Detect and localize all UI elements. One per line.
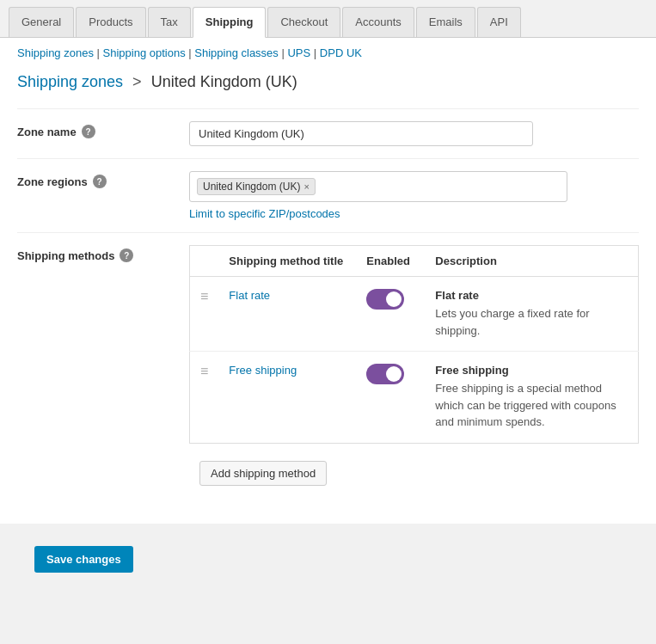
table-row: ≡ Flat rate: [190, 277, 639, 352]
region-tag-label: United Kingdom (UK): [203, 181, 300, 193]
sub-navigation: Shipping zones | Shipping options | Ship…: [17, 38, 639, 64]
free-shipping-toggle[interactable]: [366, 364, 404, 384]
shipping-methods-field: Shipping method title Enabled Descriptio…: [189, 245, 639, 503]
zone-name-label: Zone name ?: [17, 121, 189, 138]
breadcrumb-current: United Kingdom (UK): [151, 73, 297, 90]
zone-regions-field: United Kingdom (UK) × Limit to specific …: [189, 171, 639, 220]
limit-zip-link[interactable]: Limit to specific ZIP/postcodes: [189, 207, 639, 220]
add-method-container: Add shipping method: [189, 444, 639, 503]
region-tag-remove-icon[interactable]: ×: [303, 182, 309, 192]
free-shipping-link[interactable]: Free shipping: [229, 364, 297, 377]
free-shipping-slider: [366, 364, 404, 384]
shipping-methods-label: Shipping methods ?: [17, 245, 189, 262]
free-shipping-desc-text: Free shipping is a special method which …: [435, 380, 628, 431]
zone-name-input[interactable]: [189, 121, 533, 146]
drag-handle-icon[interactable]: ≡: [200, 289, 208, 304]
shipping-methods-help-icon[interactable]: ?: [120, 248, 133, 262]
tab-emails[interactable]: Emails: [416, 7, 475, 37]
method-desc-cell: Free shipping Free shipping is a special…: [425, 352, 638, 444]
subnav-shipping-zones[interactable]: Shipping zones: [17, 46, 94, 59]
col-enabled-header: Enabled: [356, 246, 425, 277]
subnav-ups[interactable]: UPS: [287, 46, 310, 59]
tab-shipping[interactable]: Shipping: [193, 7, 267, 38]
zone-regions-input[interactable]: United Kingdom (UK) ×: [189, 171, 567, 202]
col-handle-header: [190, 246, 219, 277]
free-shipping-desc-title: Free shipping: [435, 364, 628, 377]
method-enabled-cell: [356, 277, 425, 352]
zone-regions-row: Zone regions ? United Kingdom (UK) × Lim…: [17, 158, 639, 232]
tab-api[interactable]: API: [477, 7, 521, 37]
col-title-header: Shipping method title: [218, 246, 356, 277]
subnav-shipping-options[interactable]: Shipping options: [103, 46, 186, 59]
add-shipping-method-button[interactable]: Add shipping method: [199, 461, 327, 486]
breadcrumb-link[interactable]: Shipping zones: [17, 73, 123, 90]
form-section: Zone name ? Zone regions ? United Kingdo…: [17, 108, 639, 524]
method-enabled-cell: [356, 352, 425, 444]
table-row: ≡ Free shipping: [190, 352, 639, 444]
page-wrapper: General Products Tax Shipping Checkout A…: [0, 0, 656, 644]
flat-rate-desc-text: Lets you charge a fixed rate for shippin…: [435, 305, 628, 339]
drag-handle-cell: ≡: [190, 352, 219, 444]
method-title-cell: Free shipping: [218, 352, 356, 444]
save-changes-button[interactable]: Save changes: [34, 546, 133, 573]
tabs-bar: General Products Tax Shipping Checkout A…: [0, 0, 656, 38]
method-title-cell: Flat rate: [218, 277, 356, 352]
tab-general[interactable]: General: [9, 7, 74, 37]
zone-name-row: Zone name ?: [17, 108, 639, 158]
shipping-methods-table: Shipping method title Enabled Descriptio…: [189, 245, 639, 444]
breadcrumb: Shipping zones > United Kingdom (UK): [17, 64, 639, 108]
white-content-area: Shipping zones | Shipping options | Ship…: [0, 38, 656, 524]
shipping-methods-row: Shipping methods ? Shipping method title…: [17, 232, 639, 515]
tab-checkout[interactable]: Checkout: [267, 7, 340, 37]
method-desc-cell: Flat rate Lets you charge a fixed rate f…: [425, 277, 638, 352]
save-section: Save changes: [0, 524, 656, 604]
drag-handle-cell: ≡: [190, 277, 219, 352]
tab-accounts[interactable]: Accounts: [342, 7, 414, 37]
flat-rate-desc-title: Flat rate: [435, 289, 628, 302]
col-desc-header: Description: [425, 246, 638, 277]
zone-regions-label: Zone regions ?: [17, 171, 189, 188]
flat-rate-toggle[interactable]: [366, 289, 404, 310]
zone-name-field: [189, 121, 639, 146]
zone-name-help-icon[interactable]: ?: [82, 125, 95, 138]
subnav-shipping-classes[interactable]: Shipping classes: [194, 46, 279, 59]
subnav-dpd-uk[interactable]: DPD UK: [320, 46, 362, 59]
tab-products[interactable]: Products: [76, 7, 145, 37]
tab-tax[interactable]: Tax: [148, 7, 191, 37]
breadcrumb-separator: >: [132, 73, 142, 90]
zone-regions-help-icon[interactable]: ?: [93, 175, 107, 188]
region-tag-uk: United Kingdom (UK) ×: [197, 178, 316, 195]
flat-rate-link[interactable]: Flat rate: [229, 289, 270, 302]
flat-rate-slider: [366, 289, 404, 310]
drag-handle-icon[interactable]: ≡: [200, 364, 208, 378]
